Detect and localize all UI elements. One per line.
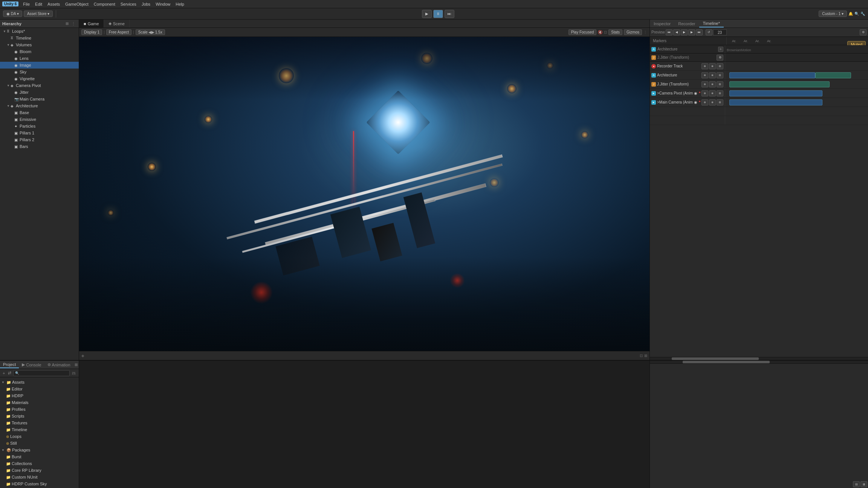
tree-item-bloom[interactable]: ◉ Bloom <box>0 48 79 55</box>
arch-btn-1[interactable]: ⊕ <box>701 72 708 78</box>
tl-next-end-btn[interactable]: ⏭ <box>696 29 703 35</box>
proj-item-editor[interactable]: 📁 Editor <box>0 386 79 392</box>
proj-add-btn[interactable]: + <box>2 371 6 376</box>
custom-button[interactable]: Custom - 1 ▾ <box>819 11 847 17</box>
menu-jobs[interactable]: Jobs <box>139 1 153 7</box>
proj-item-still[interactable]: ⊛ Still <box>0 440 79 447</box>
resize-btn-2[interactable]: ⊞ <box>860 481 867 487</box>
proj-item-hdrp[interactable]: 📁 HDRP <box>0 392 79 399</box>
tree-item-bars[interactable]: ▣ Bars <box>0 143 79 150</box>
proj-item-profiles[interactable]: 📁 Profiles <box>0 406 79 413</box>
timeline-scrollbar-thumb[interactable] <box>672 357 759 360</box>
proj-item-packages[interactable]: ▼ 📦 Packages <box>0 447 79 453</box>
step-button[interactable]: ⏭ <box>445 10 454 18</box>
arch-btn-3[interactable]: ⊞ <box>717 72 723 78</box>
proj-arrows-btn[interactable]: ⇄ <box>7 370 12 376</box>
tree-item-volumes[interactable]: ▼ ◈ Volumes <box>0 41 79 48</box>
timeline-scrollbar[interactable] <box>650 357 868 360</box>
tl-hscroll[interactable] <box>650 361 868 364</box>
tree-item-loops[interactable]: ▼ ⧖ Loops* <box>0 28 79 35</box>
main-cam-btn-2[interactable]: ⊗ <box>709 99 716 105</box>
cam-pivot-clip[interactable] <box>729 90 822 96</box>
tab-recorder[interactable]: Recorder <box>674 20 699 27</box>
tl-prev-btn[interactable]: ◀ <box>673 29 680 35</box>
tab-scene[interactable]: ◈ Scene <box>104 20 130 27</box>
proj-item-custom-nunit[interactable]: 📁 Custom NUnit <box>0 474 79 480</box>
tl-frame-number[interactable]: 23 <box>713 29 727 35</box>
tree-item-jitter[interactable]: ◉ Jitter <box>0 89 79 96</box>
proj-item-scripts[interactable]: 📁 Scripts <box>0 413 79 419</box>
tree-item-architecture[interactable]: ▼ ◈ Architecture <box>0 102 79 109</box>
aspect-btn[interactable]: Free Aspect <box>106 29 131 35</box>
jitter-options-btn[interactable]: ⚙ <box>717 55 723 61</box>
tab-game[interactable]: ■ Game <box>79 20 104 27</box>
jitter-btn-3[interactable]: ⊞ <box>717 81 723 87</box>
menu-component[interactable]: Component <box>92 1 118 7</box>
proj-item-textures[interactable]: 📁 Textures <box>0 419 79 426</box>
stats-btn[interactable]: Stats <box>608 29 622 35</box>
resize-btn-1[interactable]: ⊟ <box>853 481 860 487</box>
menu-help[interactable]: Help <box>173 1 186 7</box>
menu-edit[interactable]: Edit <box>33 1 44 7</box>
tree-item-vignette[interactable]: ◉ Vignette <box>0 75 79 82</box>
proj-item-burst[interactable]: 📁 Burst <box>0 453 79 460</box>
tl-cog-btn[interactable]: ⚙ <box>860 29 866 35</box>
project-expand-btn[interactable]: ⊞ <box>73 362 79 367</box>
proj-item-loops[interactable]: ⊛ Loops <box>0 433 79 440</box>
tree-item-main-camera[interactable]: 📷 Main Camera <box>0 96 79 102</box>
pause-button[interactable]: ⏸ <box>433 10 443 18</box>
scale-btn[interactable]: Scale ◀▶ 1.5x <box>136 29 165 35</box>
tl-hscroll-thumb[interactable] <box>683 361 770 363</box>
cam-pivot-btn-2[interactable]: ⊗ <box>709 90 716 96</box>
hierarchy-options-btn[interactable]: ⋮ <box>70 21 76 26</box>
play-button[interactable]: ▶ <box>422 10 432 18</box>
tree-item-pillars2[interactable]: ▣ Pillars 2 <box>0 136 79 143</box>
tl-next-btn[interactable]: ▶ <box>688 29 695 35</box>
tree-item-image[interactable]: ◉ Image <box>0 62 79 69</box>
tree-item-particles[interactable]: ✦ Particles <box>0 123 79 130</box>
menu-assets[interactable]: Assets <box>45 1 62 7</box>
cam-pivot-btn-3[interactable]: ⊞ <box>717 90 723 96</box>
tree-item-camera-pivot[interactable]: ▼ ◈ Camera Pivot <box>0 82 79 89</box>
jitter-btn-2[interactable]: ⊗ <box>709 81 716 87</box>
menu-services[interactable]: Services <box>118 1 139 7</box>
tl-prev-start-btn[interactable]: ⏮ <box>666 29 672 35</box>
asset-store-button[interactable]: Asset Store ▾ <box>24 11 53 17</box>
play-focused-btn[interactable]: Play Focused <box>568 29 597 35</box>
proj-item-collections[interactable]: 📁 Collections <box>0 460 79 467</box>
arch-clip[interactable] <box>729 72 815 78</box>
da-button[interactable]: ◉ DA ▾ <box>3 11 22 17</box>
tab-console[interactable]: ▶ Console <box>19 361 44 368</box>
tree-item-base[interactable]: ▣ Base <box>0 109 79 116</box>
architecture-add-btn[interactable]: + <box>718 47 723 52</box>
menu-file[interactable]: File <box>21 1 32 7</box>
recorder-btn-1[interactable]: ⊕ <box>701 63 708 69</box>
arch-btn-2[interactable]: ⊗ <box>709 72 716 78</box>
tree-item-pillars1[interactable]: ▣ Pillars 1 <box>0 130 79 136</box>
tab-inspector[interactable]: Inspector <box>650 20 674 27</box>
proj-item-core-rp[interactable]: 📁 Core RP Library <box>0 467 79 474</box>
jitter-btn-1[interactable]: ⊕ <box>701 81 708 87</box>
arch-clip-2[interactable] <box>815 72 851 78</box>
menu-window[interactable]: Window <box>153 1 173 7</box>
recorder-btn-3[interactable]: ⊞ <box>717 63 723 69</box>
jitter-clip[interactable] <box>729 81 829 87</box>
proj-item-hdrp-sky[interactable]: 📁 HDRP Custom Sky <box>0 480 79 487</box>
tl-loop-btn[interactable]: ↺ <box>706 29 712 35</box>
tab-timeline[interactable]: Timeline* <box>699 20 724 27</box>
proj-item-materials[interactable]: 📁 Materials <box>0 399 79 406</box>
main-cam-btn-3[interactable]: ⊞ <box>717 99 723 105</box>
tree-item-emissive[interactable]: ▣ Emissive <box>0 116 79 123</box>
tl-play-btn[interactable]: ▶ <box>681 29 688 35</box>
display-btn[interactable]: Display 1 <box>81 29 102 35</box>
tab-project[interactable]: Project <box>0 361 19 368</box>
proj-item-assets[interactable]: ▼ 📁 Assets <box>0 379 79 386</box>
main-cam-btn-1[interactable]: ⊕ <box>701 99 708 105</box>
menu-gameobject[interactable]: GameObject <box>63 1 91 7</box>
gizmos-btn[interactable]: Gizmos <box>624 29 642 35</box>
cam-pivot-btn-1[interactable]: ⊕ <box>701 90 708 96</box>
tree-item-timeline[interactable]: ⧖ Timeline <box>0 35 79 41</box>
recorder-btn-2[interactable]: ⊗ <box>709 63 716 69</box>
main-cam-clip[interactable] <box>729 99 822 105</box>
hierarchy-expand-btn[interactable]: ⊞ <box>64 21 70 26</box>
